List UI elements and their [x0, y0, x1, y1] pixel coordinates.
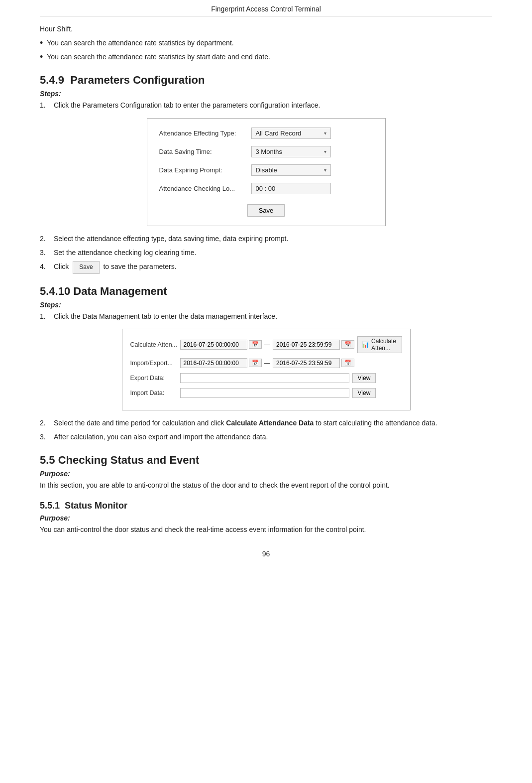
chevron-down-icon-3: ▾	[324, 167, 326, 173]
data-management-ui-box: Calculate Atten... 📅 — 📅 📊 Calculate Att…	[122, 329, 411, 410]
dm-row-3: Export Data: View	[130, 373, 402, 383]
dm-dash-2: —	[264, 360, 271, 367]
step-549-2: 2. Select the attendance effecting type,…	[40, 233, 492, 244]
params-select-expiring-value: Disable	[256, 166, 277, 174]
bullet-dot-1: •	[40, 37, 43, 49]
params-label-saving: Data Saving Time:	[159, 148, 251, 155]
params-row-3: Data Expiring Prompt: Disable ▾	[159, 164, 373, 176]
dm-label-calc: Calculate Atten...	[130, 341, 180, 348]
params-select-effecting[interactable]: All Card Record ▾	[251, 128, 331, 139]
dm-label-importexport: Import/Export...	[130, 360, 180, 367]
params-select-expiring[interactable]: Disable ▾	[251, 164, 331, 176]
step-5410-2: 2. Select the date and time period for c…	[40, 417, 492, 428]
step-5410-3: 3. After calculation, you can also expor…	[40, 431, 492, 442]
dm-label-export: Export Data:	[130, 375, 180, 382]
purpose-label-551: Purpose:	[40, 514, 492, 522]
steps-list-5410-rest: 2. Select the date and time period for c…	[40, 417, 492, 443]
params-row-4: Attendance Checking Lo... 00 : 00	[159, 183, 373, 194]
dm-label-import: Import Data:	[130, 390, 180, 396]
dm-row-1: Calculate Atten... 📅 — 📅 📊 Calculate Att…	[130, 336, 402, 353]
page-footer: 96	[40, 550, 492, 558]
chevron-down-icon-2: ▾	[324, 149, 326, 154]
dm-row-4: Import Data: View	[130, 388, 402, 398]
dm-to-datetime-1[interactable]	[273, 340, 340, 350]
calculate-attendance-button[interactable]: 📊 Calculate Atten...	[357, 336, 402, 353]
params-save-btn-row: Save	[159, 201, 373, 217]
dm-row-2: Import/Export... 📅 — 📅	[130, 358, 402, 368]
dm-from-datetime-2[interactable]	[180, 358, 247, 368]
step-5410-1: 1. Click the Data Management tab to ente…	[40, 311, 492, 322]
section-5410-title: 5.4.10 Data Management	[40, 285, 492, 298]
section-549-title: 5.4.9 Parameters Configuration	[40, 74, 492, 87]
params-label-effecting: Attendance Effecting Type:	[159, 130, 251, 137]
steps-label-549: Steps:	[40, 90, 492, 98]
params-row-1: Attendance Effecting Type: All Card Reco…	[159, 128, 373, 139]
params-select-effecting-value: All Card Record	[256, 130, 302, 137]
section-55-title: 5.5 Checking Status and Event	[40, 454, 492, 467]
calendar-icon-1[interactable]: 📅	[249, 340, 262, 349]
dm-to-datetime-2[interactable]	[273, 358, 340, 368]
calendar-icon-3[interactable]: 📅	[249, 359, 262, 367]
params-config-ui-box: Attendance Effecting Type: All Card Reco…	[147, 118, 386, 226]
bullet-item-1: • You can search the attendance rate sta…	[40, 37, 492, 49]
params-select-saving[interactable]: 3 Months ▾	[251, 146, 331, 157]
steps-list-5410: 1. Click the Data Management tab to ente…	[40, 311, 492, 322]
params-input-checking[interactable]: 00 : 00	[251, 183, 331, 194]
page-container: Fingerprint Access Control Terminal Hour…	[0, 0, 532, 783]
params-label-checking: Attendance Checking Lo...	[159, 185, 251, 192]
bullet-dot-2: •	[40, 51, 43, 63]
intro-line1: Hour Shift.	[40, 23, 492, 34]
calendar-icon-4[interactable]: 📅	[341, 359, 354, 367]
purpose-text-55: In this section, you are able to anti-co…	[40, 480, 492, 491]
params-label-expiring: Data Expiring Prompt:	[159, 166, 251, 174]
purpose-text-551: You can anti-control the door status and…	[40, 524, 492, 535]
dm-export-view-button[interactable]: View	[352, 373, 376, 383]
dm-export-path[interactable]	[180, 373, 349, 383]
params-select-saving-value: 3 Months	[256, 148, 282, 155]
bullet-item-2: • You can search the attendance rate sta…	[40, 51, 492, 63]
steps-list-549-rest: 2. Select the attendance effecting type,…	[40, 233, 492, 274]
step4-save-button-inline[interactable]: Save	[73, 261, 99, 273]
params-row-2: Data Saving Time: 3 Months ▾	[159, 146, 373, 157]
dm-import-view-button[interactable]: View	[352, 388, 376, 398]
steps-label-5410: Steps:	[40, 301, 492, 309]
page-number: 96	[262, 550, 270, 558]
step-549-3: 3. Set the attendance checking log clear…	[40, 247, 492, 258]
page-header: Fingerprint Access Control Terminal	[40, 5, 492, 16]
dm-import-path[interactable]	[180, 388, 349, 398]
steps-list-549: 1. Click the Parameters Configuration ta…	[40, 100, 492, 111]
chevron-down-icon: ▾	[324, 130, 326, 136]
section-551-title: 5.5.1 Status Monitor	[40, 501, 492, 511]
calc-icon: 📊	[362, 341, 369, 348]
purpose-label-55: Purpose:	[40, 470, 492, 478]
step-549-1: 1. Click the Parameters Configuration ta…	[40, 100, 492, 111]
dm-dash-1: —	[264, 341, 271, 348]
calendar-icon-2[interactable]: 📅	[341, 340, 354, 349]
header-title: Fingerprint Access Control Terminal	[211, 5, 321, 13]
params-save-button[interactable]: Save	[247, 204, 285, 217]
step-549-4: 4. Click Save to save the parameters.	[40, 261, 492, 273]
dm-from-datetime-1[interactable]	[180, 340, 247, 350]
